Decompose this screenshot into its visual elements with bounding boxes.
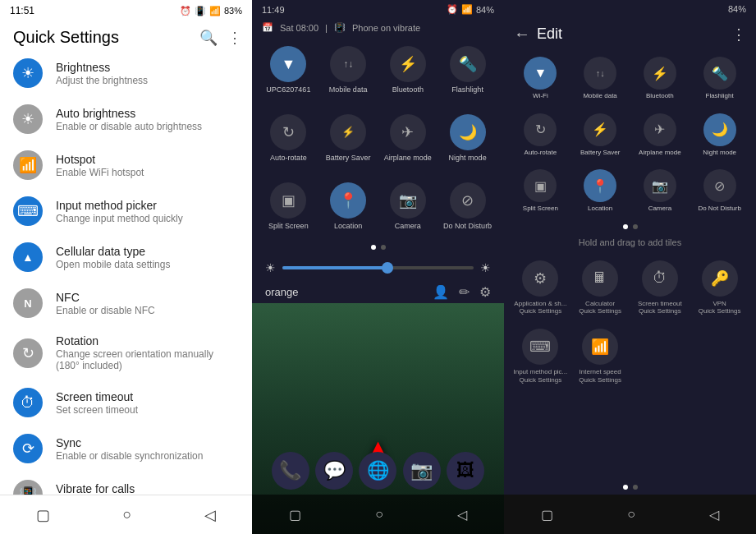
settings-item-brightness[interactable]: ☀ Brightness Adjust the brightness: [0, 50, 252, 96]
edit-auto-rotate-icon: ↻: [524, 113, 557, 146]
qs-tile-auto-rotate[interactable]: ↻ Auto-rotate: [259, 108, 318, 169]
status-bar-1: 11:51 ⏰ 📳 📶 83%: [0, 0, 252, 21]
settings-item-screen-timeout[interactable]: ⏱ Screen timeout Set screen timeout: [0, 380, 252, 426]
qs-tile-mobile-data[interactable]: ↑↓ Mobile data: [318, 39, 378, 101]
nav-triangle-3[interactable]: ◁: [709, 507, 719, 522]
cellular-icon: ▲: [13, 242, 43, 272]
dock-photos[interactable]: 🖼: [447, 452, 484, 490]
qs-tile-split-screen[interactable]: ▣ Split Screen: [259, 176, 318, 237]
qs-tile-upc[interactable]: ▼ UPC6207461: [259, 39, 318, 101]
hold-drag-text: Hold and drag to add tiles: [504, 234, 756, 251]
edit-tile-mobile-data[interactable]: ↑↓ Mobile data: [570, 52, 630, 105]
qs-tile-battery-saver[interactable]: ⚡ Battery Saver: [318, 108, 378, 169]
edit-tile-bluetooth[interactable]: ⚡ Bluetooth: [630, 52, 690, 105]
brightness-thumb[interactable]: [382, 262, 393, 274]
qs-tile-location[interactable]: 📍 Location: [318, 176, 378, 237]
search-icon[interactable]: 🔍: [199, 29, 218, 47]
edit-title: Edit: [537, 25, 562, 43]
brightness-subtitle: Adjust the brightness: [56, 75, 148, 86]
panel1-header: Quick Settings 🔍 ⋮: [0, 21, 252, 50]
vibrate-text: Vibrate for calls Vibrate for calls: [56, 482, 135, 495]
settings-item-input-method[interactable]: ⌨ Input method picker Change input metho…: [0, 188, 252, 234]
nav-circle-1[interactable]: ○: [123, 506, 132, 523]
add-tile-app-settings[interactable]: ⚙ Application & sh...Quick Settings: [511, 254, 570, 322]
nav-circle-2[interactable]: ○: [375, 507, 383, 522]
qs-separator: |: [325, 23, 328, 33]
rotation-text: Rotation Change screen orientation manua…: [56, 334, 239, 371]
nav-bar-1: ▢ ○ ◁: [0, 495, 252, 534]
status-icons-3: 84%: [728, 4, 746, 14]
edit-tile-wifi[interactable]: ▼ Wi-Fi: [511, 52, 570, 105]
status-icons-2: ⏰ 📶 84%: [447, 4, 494, 15]
edit-flashlight-icon: 🔦: [703, 57, 736, 90]
alarm-icon-2: ⏰: [447, 4, 458, 15]
qs-tile-night[interactable]: 🌙 Night mode: [438, 108, 497, 169]
night-icon: 🌙: [450, 114, 486, 150]
edit-tile-location[interactable]: 📍 Location: [570, 164, 630, 218]
edit-tile-flashlight[interactable]: 🔦 Flashlight: [690, 52, 749, 105]
qs-date-text: Sat 08:00: [280, 23, 318, 33]
edit-tile-night[interactable]: 🌙 Night mode: [690, 108, 749, 162]
airplane-label: Airplane mode: [384, 154, 432, 163]
add-tile-input-method[interactable]: ⌨ Input method pic...Quick Settings: [511, 322, 570, 390]
vibrate-title: Vibrate for calls: [56, 482, 135, 495]
add-tile-screen-timeout[interactable]: ⏱ Screen timeoutQuick Settings: [630, 254, 690, 322]
nav-square-2[interactable]: ▢: [289, 507, 301, 522]
dock-camera[interactable]: 📷: [403, 452, 441, 490]
edit-tile-dnd[interactable]: ⊘ Do Not Disturb: [690, 164, 749, 218]
nav-square-1[interactable]: ▢: [36, 506, 50, 524]
nav-square-3[interactable]: ▢: [541, 507, 553, 522]
add-calculator-icon: 🖩: [582, 260, 618, 297]
edit-tile-split-screen[interactable]: ▣ Split Screen: [511, 164, 570, 218]
more-icon[interactable]: ⋮: [227, 29, 242, 47]
cellular-text: Cellular data type Open mobile data sett…: [56, 245, 170, 270]
brightness-track[interactable]: [282, 266, 474, 269]
add-tile-calculator[interactable]: 🖩 CalculatorQuick Settings: [570, 254, 630, 322]
settings-item-sync[interactable]: ⟳ Sync Enable or disable synchronization: [0, 426, 252, 472]
dock-chrome[interactable]: 🌐: [359, 452, 396, 490]
back-button[interactable]: ←: [514, 25, 530, 44]
edit-pen-icon[interactable]: ✏: [459, 284, 470, 300]
nav-triangle-1[interactable]: ◁: [204, 506, 216, 524]
add-tile-internet-speed[interactable]: 📶 Internet speedQuick Settings: [570, 322, 630, 390]
qs-tile-bluetooth[interactable]: ⚡ Bluetooth: [378, 39, 438, 101]
settings-item-hotspot[interactable]: 📶 Hotspot Enable WiFi hotspot: [0, 142, 252, 188]
settings-item-nfc[interactable]: N NFC Enable or disable NFC: [0, 280, 252, 326]
user-avatar-icon[interactable]: 👤: [433, 284, 449, 300]
qs-tile-camera[interactable]: 📷 Camera: [378, 176, 438, 237]
qs-user-row: orange 👤 ✏ ⚙: [252, 281, 504, 303]
camera-icon: 📷: [390, 182, 426, 219]
sync-text: Sync Enable or disable synchronization: [56, 436, 203, 462]
hotspot-text: Hotspot Enable WiFi hotspot: [56, 153, 144, 178]
battery-1: 83%: [224, 6, 242, 16]
edit-dnd-icon: ⊘: [703, 169, 736, 202]
nfc-title: NFC: [56, 291, 155, 304]
qs-tile-flashlight[interactable]: 🔦 Flashlight: [438, 39, 497, 101]
nav-triangle-2[interactable]: ◁: [457, 507, 467, 522]
edit-tile-battery-saver[interactable]: ⚡ Battery Saver: [570, 108, 630, 162]
auto-brightness-icon: ☀: [13, 104, 43, 134]
sync-icon: ⟳: [13, 434, 43, 463]
panel1-title: Quick Settings: [13, 28, 119, 47]
edit-tile-camera[interactable]: 📷 Camera: [630, 164, 690, 218]
screen-timeout-title: Screen timeout: [56, 390, 138, 403]
edit-more-icon[interactable]: ⋮: [731, 25, 746, 44]
dock-messages[interactable]: 💬: [315, 452, 353, 490]
auto-brightness-subtitle: Enable or disable auto brightness: [56, 121, 202, 132]
auto-brightness-text: Auto brightness Enable or disable auto b…: [56, 107, 202, 132]
qs-tile-airplane[interactable]: ✈ Airplane mode: [378, 108, 438, 169]
edit-tile-auto-rotate[interactable]: ↻ Auto-rotate: [511, 108, 570, 162]
brightness-slider[interactable]: ☀ ☀: [252, 255, 504, 281]
settings-item-cellular[interactable]: ▲ Cellular data type Open mobile data se…: [0, 234, 252, 280]
nav-circle-3[interactable]: ○: [627, 507, 635, 522]
settings-item-vibrate[interactable]: 📳 Vibrate for calls Vibrate for calls: [0, 472, 252, 495]
add-tile-vpn[interactable]: 🔑 VPNQuick Settings: [690, 254, 749, 322]
dock-phone[interactable]: 📞: [272, 452, 309, 490]
bluetooth-label: Bluetooth: [392, 85, 424, 94]
edit-tile-airplane[interactable]: ✈ Airplane mode: [630, 108, 690, 162]
edit-battery-saver-label: Battery Saver: [580, 149, 620, 157]
settings-item-auto-brightness[interactable]: ☀ Auto brightness Enable or disable auto…: [0, 96, 252, 142]
settings-cog-icon[interactable]: ⚙: [479, 284, 491, 300]
qs-tile-dnd[interactable]: ⊘ Do Not Disturb: [438, 176, 497, 237]
settings-item-rotation[interactable]: ↻ Rotation Change screen orientation man…: [0, 326, 252, 380]
